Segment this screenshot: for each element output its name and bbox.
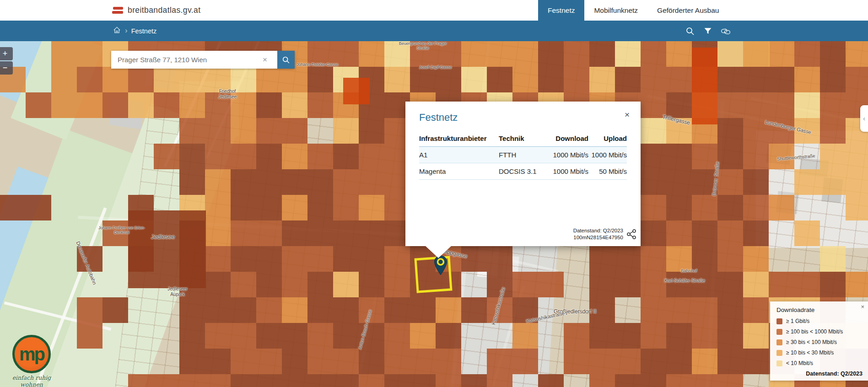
mosaic-tile: [282, 323, 307, 349]
mosaic-tile: [343, 78, 370, 104]
mosaic-tile: [256, 144, 282, 169]
zoom-in-button[interactable]: +: [0, 47, 13, 60]
popup-close-icon[interactable]: ×: [625, 110, 630, 120]
col-header-technik: Technik: [499, 134, 543, 142]
mosaic-tile: [743, 246, 769, 272]
search-input[interactable]: [111, 51, 277, 69]
mosaic-tile: [538, 67, 564, 92]
mosaic-tile: [717, 195, 743, 220]
mosaic-tile: [846, 144, 868, 169]
mosaic-tile: [410, 374, 436, 387]
search-clear-icon[interactable]: ×: [259, 51, 271, 69]
mosaic-tile: [256, 349, 282, 374]
legend-items: ≥ 1 Gbit/s≥ 100 bis < 1000 Mbit/s≥ 30 bi…: [776, 318, 843, 366]
mosaic-tile: [282, 272, 307, 297]
mosaic-tile: [333, 323, 359, 349]
mosaic-tile: [717, 92, 743, 118]
nav-tab-gef-rderter-ausbau[interactable]: Geförderter Ausbau: [647, 0, 728, 21]
map-label: Beuergrund an der Prager Straße: [397, 41, 448, 51]
mosaic-tile: [154, 374, 179, 387]
map-toolbar: [685, 21, 731, 41]
mosaic-tile: [564, 349, 589, 374]
nav-tab-festnetz[interactable]: Festnetz: [538, 0, 584, 21]
mosaic-tile: [794, 220, 820, 246]
table-row: A1FTTH1000 Mbit/s1000 Mbit/s: [419, 147, 627, 163]
mosaic-tile: [77, 323, 102, 349]
mosaic-tile: [179, 118, 205, 144]
mosaic-tile: [743, 92, 769, 118]
location-marker-pin[interactable]: [434, 255, 447, 277]
mosaic-tile: [231, 272, 256, 297]
mosaic-tile: [205, 374, 231, 387]
side-panel-toggle[interactable]: ‹: [860, 105, 868, 132]
popup-footer: Datenstand: Q2/2023 100mN28154E47950: [573, 227, 623, 241]
mosaic-tile: [487, 67, 512, 92]
mosaic-tile: [666, 41, 692, 67]
mosaic-tile: [282, 169, 307, 195]
share-icon[interactable]: [626, 229, 637, 240]
mosaic-tile: [589, 323, 615, 349]
mosaic-tile: [205, 195, 231, 220]
zoom-out-button[interactable]: −: [0, 61, 13, 75]
mosaic-tile: [384, 297, 410, 323]
mosaic-tile: [615, 349, 641, 374]
mosaic-tile: [743, 195, 769, 220]
mosaic-tile: [487, 374, 512, 387]
basemap-icon[interactable]: [721, 26, 731, 36]
nav-tab-mobilfunknetz[interactable]: Mobilfunknetz: [584, 0, 647, 21]
mosaic-tile: [794, 169, 820, 195]
mosaic-tile: [436, 323, 461, 349]
mosaic-tile: [666, 374, 692, 387]
mosaic-tile: [333, 220, 359, 246]
mosaic-tile: [410, 297, 436, 323]
mosaic-tile: [692, 272, 717, 297]
mosaic-tile: [641, 118, 666, 144]
mosaic-tile: [820, 67, 846, 92]
mosaic-tile: [820, 118, 846, 144]
legend-item: ≥ 1 Gbit/s: [776, 318, 843, 324]
mosaic-tile: [615, 374, 641, 387]
mosaic-tile: [231, 195, 256, 220]
cell-technik: FTTH: [499, 151, 543, 159]
mosaic-tile: [666, 297, 692, 323]
legend-panel: Downloadrate × ≥ 1 Gbit/s≥ 100 bis < 100…: [770, 301, 868, 381]
mosaic-tile: [666, 220, 692, 246]
mosaic-tile: [282, 67, 307, 92]
mosaic-tile: [231, 246, 256, 272]
mosaic-tile: [256, 272, 282, 297]
mosaic-tile: [333, 374, 359, 387]
mosaic-tile: [769, 195, 794, 220]
mosaic-tile: [179, 92, 205, 118]
legend-item: < 10 Mbit/s: [776, 360, 843, 366]
mosaic-tile: [769, 41, 794, 67]
cell-download: 1000 Mbit/s: [543, 151, 588, 159]
mosaic-tile: [410, 67, 436, 92]
mosaic-tile: [692, 323, 717, 349]
legend-close-icon[interactable]: ×: [861, 303, 864, 310]
mosaic-tile: [461, 41, 487, 67]
mosaic-tile: [794, 92, 820, 118]
mosaic-tile: [692, 349, 717, 374]
mosaic-tile: [410, 323, 436, 349]
mosaic-tile: [179, 67, 205, 92]
mosaic-tile: [743, 349, 769, 374]
legend-item: ≥ 10 bis < 30 Mbit/s: [776, 349, 843, 356]
search-icon[interactable]: [685, 26, 695, 36]
mosaic-tile: [26, 195, 51, 220]
mosaic-tile: [359, 220, 384, 246]
mosaic-tile: [512, 272, 538, 297]
mosaic-tile: [410, 349, 436, 374]
mosaic-tile: [231, 297, 256, 323]
app-logo[interactable]: breitbandatlas.gv.at: [112, 0, 200, 21]
mosaic-tile: [307, 169, 333, 195]
home-icon[interactable]: [113, 26, 121, 36]
search-submit-button[interactable]: [277, 51, 295, 69]
mosaic-tile: [205, 118, 231, 144]
mosaic-tile: [589, 374, 615, 387]
cell-technik: DOCSIS 3.1: [499, 167, 543, 175]
filter-icon[interactable]: [703, 26, 713, 36]
mosaic-tile: [743, 144, 769, 169]
mosaic-tile: [333, 118, 359, 144]
app-header: breitbandatlas.gv.at FestnetzMobilfunkne…: [0, 0, 868, 21]
mosaic-tile: [231, 144, 256, 169]
